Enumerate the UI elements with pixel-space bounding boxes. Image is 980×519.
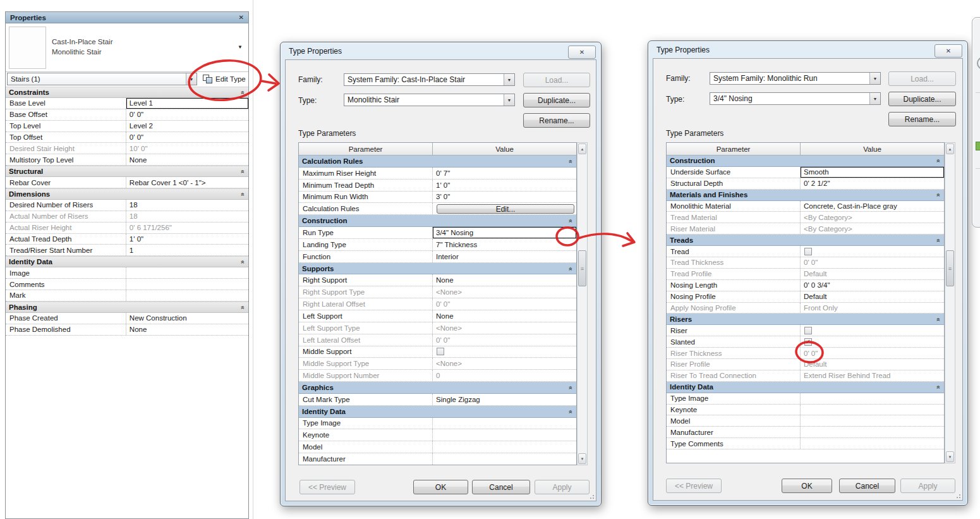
param-value[interactable] xyxy=(801,427,944,437)
element-filter-dropdown[interactable]: Stairs (1) ▼ xyxy=(7,73,197,85)
chevron-down-icon[interactable]: ▼ xyxy=(186,73,197,85)
param-value[interactable] xyxy=(801,405,944,415)
section-header[interactable]: Supports» xyxy=(299,263,576,275)
checkbox-unchecked[interactable] xyxy=(804,327,812,334)
scrollbar-thumb[interactable]: ≡ xyxy=(946,250,954,286)
param-value[interactable]: Level 1 xyxy=(126,98,248,109)
collapse-chevron-icon[interactable]: » xyxy=(239,170,246,174)
param-value[interactable]: 0' 2 1/2" xyxy=(801,178,944,189)
apply-button[interactable]: Apply xyxy=(900,479,955,493)
preview-button[interactable]: << Preview xyxy=(666,479,722,493)
param-value[interactable]: 0' 0 3/4" xyxy=(801,280,944,291)
section-header[interactable]: Risers» xyxy=(667,314,944,325)
vertical-scrollbar[interactable]: ▲ ≡ ▼ xyxy=(577,142,588,465)
param-value[interactable]: 3/4" Nosing xyxy=(433,227,576,238)
resize-grip[interactable] xyxy=(955,492,960,498)
cancel-button[interactable]: Cancel xyxy=(472,480,530,494)
navigation-wheel-icon[interactable] xyxy=(977,57,980,70)
cancel-button[interactable]: Cancel xyxy=(839,479,895,493)
scroll-up-icon[interactable]: ▲ xyxy=(946,143,954,154)
param-value[interactable]: 0' 0" xyxy=(433,298,576,310)
collapse-chevron-icon[interactable]: » xyxy=(567,267,574,271)
chevron-down-icon[interactable]: ▼ xyxy=(504,74,514,85)
section-header[interactable]: Construction» xyxy=(299,215,576,227)
param-value[interactable]: <By Category> xyxy=(801,212,944,223)
collapse-chevron-icon[interactable]: » xyxy=(935,238,942,242)
param-value[interactable] xyxy=(801,393,944,404)
section-header[interactable]: Identity Data» xyxy=(299,406,576,418)
collapse-chevron-icon[interactable]: » xyxy=(935,386,942,389)
checkbox-unchecked[interactable] xyxy=(804,248,812,255)
collapse-chevron-icon[interactable]: » xyxy=(935,193,942,197)
param-value[interactable] xyxy=(801,415,944,426)
collapse-chevron-icon[interactable]: » xyxy=(567,410,574,413)
param-value[interactable]: 1' 0" xyxy=(126,234,248,245)
param-value[interactable]: None xyxy=(433,274,576,286)
param-value[interactable]: Smooth xyxy=(801,167,944,178)
ok-button[interactable]: OK xyxy=(413,480,468,494)
section-header[interactable]: Dimensions» xyxy=(6,188,248,200)
param-value[interactable] xyxy=(801,246,944,257)
section-header[interactable]: Calculation Rules» xyxy=(299,156,576,168)
vertical-scrollbar[interactable]: ▲ ≡ ▼ xyxy=(945,142,955,463)
type-dropdown[interactable]: 3/4" Nosing ▼ xyxy=(710,92,881,105)
param-value[interactable]: None xyxy=(126,324,248,335)
chevron-down-icon[interactable]: ▼ xyxy=(869,93,880,104)
param-value[interactable] xyxy=(801,325,944,336)
param-value[interactable]: Interior xyxy=(433,251,576,262)
param-value[interactable]: Front Only xyxy=(801,303,944,314)
checkbox-unchecked[interactable] xyxy=(437,348,444,355)
param-value[interactable]: 0' 0" xyxy=(801,257,944,268)
param-value[interactable]: 7" Thickness xyxy=(433,239,576,250)
scrollbar-thumb[interactable]: ≡ xyxy=(578,250,586,286)
section-header[interactable]: Identity Data» xyxy=(6,256,248,267)
param-value[interactable]: 18 xyxy=(126,200,248,211)
param-value[interactable]: Concrete, Cast-in-Place gray xyxy=(801,201,944,212)
chevron-down-icon[interactable]: ▼ xyxy=(504,94,514,106)
section-header[interactable]: Structural» xyxy=(6,166,248,177)
param-value[interactable]: 1 xyxy=(126,245,248,255)
scroll-down-icon[interactable]: ▼ xyxy=(578,453,586,464)
param-value[interactable]: <None> xyxy=(433,322,576,334)
param-value[interactable] xyxy=(433,418,576,429)
param-value[interactable]: 0 xyxy=(433,370,576,381)
load-button[interactable]: Load... xyxy=(888,71,956,86)
param-value[interactable]: 3' 0" xyxy=(433,192,576,203)
param-value[interactable] xyxy=(126,290,248,301)
collapse-chevron-icon[interactable]: » xyxy=(239,91,246,95)
param-value[interactable]: 10' 0" xyxy=(126,143,248,154)
scroll-down-icon[interactable]: ▼ xyxy=(946,451,954,462)
type-dropdown[interactable]: Monolithic Stair ▼ xyxy=(344,94,515,106)
rename-button[interactable]: Rename... xyxy=(523,113,590,128)
preview-button[interactable]: << Preview xyxy=(299,480,355,494)
section-header[interactable]: Identity Data» xyxy=(667,382,944,393)
param-value[interactable]: 0' 0" xyxy=(433,334,576,346)
param-value[interactable] xyxy=(433,346,576,358)
close-button[interactable]: ✕ xyxy=(935,44,962,58)
param-value[interactable]: Default xyxy=(801,269,944,279)
toolbar-icon[interactable] xyxy=(976,142,980,150)
section-header[interactable]: Materials and Finishes» xyxy=(667,190,944,201)
resize-grip[interactable] xyxy=(588,493,594,499)
collapse-chevron-icon[interactable]: » xyxy=(239,193,246,197)
type-selector[interactable]: Cast-In-Place Stair Monolithic Stair ▼ xyxy=(6,23,248,72)
section-header[interactable]: Treads» xyxy=(667,235,944,246)
param-value[interactable]: Default xyxy=(801,359,944,370)
section-header[interactable]: Construction» xyxy=(667,156,944,167)
chevron-down-icon[interactable]: ▼ xyxy=(238,44,243,50)
load-button[interactable]: Load... xyxy=(523,73,590,87)
param-value[interactable]: 0' 7" xyxy=(433,168,576,179)
ok-button[interactable]: OK xyxy=(782,479,832,493)
duplicate-button[interactable]: Duplicate... xyxy=(523,93,590,107)
param-value[interactable]: Level 2 xyxy=(126,121,248,131)
param-value[interactable] xyxy=(433,441,576,453)
section-header[interactable]: Graphics» xyxy=(299,382,576,394)
param-value[interactable]: None xyxy=(126,154,248,165)
param-value[interactable]: Single Zigzag xyxy=(433,394,576,405)
param-value[interactable]: Default xyxy=(801,291,944,302)
param-value[interactable]: ✓ xyxy=(801,336,944,347)
param-value[interactable]: 0' 0" xyxy=(801,348,944,358)
param-value[interactable]: 0' 6 171/256" xyxy=(126,223,248,233)
param-value[interactable]: Extend Riser Behind Tread xyxy=(801,370,944,381)
param-value[interactable] xyxy=(126,279,248,290)
